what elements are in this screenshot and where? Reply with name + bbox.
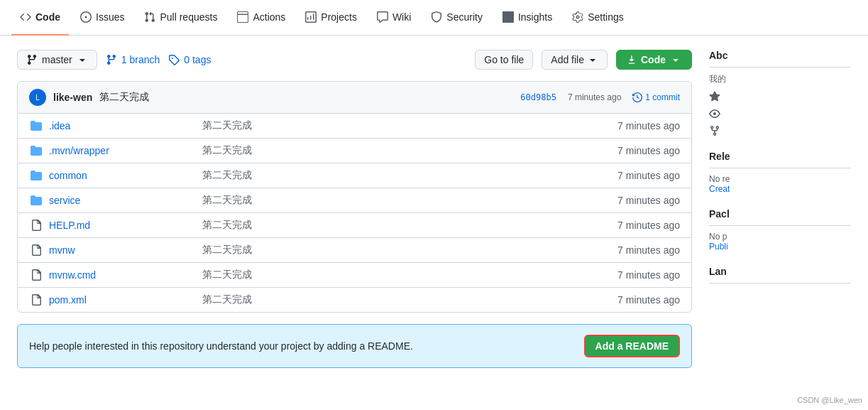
nav-issues-label: Issues (96, 11, 124, 23)
file-time: 7 minutes ago (617, 244, 680, 256)
commit-time: 7 minutes ago (568, 92, 621, 102)
file-time: 7 minutes ago (617, 195, 680, 206)
issues-icon (80, 11, 92, 23)
insights-icon (502, 11, 514, 23)
sidebar-packages-link[interactable]: Publi (709, 242, 851, 252)
sidebar-languages: Lan (709, 266, 851, 284)
add-readme-button[interactable]: Add a README (584, 335, 680, 357)
file-time: 7 minutes ago (617, 220, 680, 231)
history-icon (632, 92, 642, 102)
sidebar-create-release-link[interactable]: Creat (709, 184, 851, 194)
table-row: HELP.md 第二天完成 7 minutes ago (18, 213, 691, 238)
table-row: service 第二天完成 7 minutes ago (18, 188, 691, 213)
folder-icon (29, 145, 43, 156)
nav-pull-requests[interactable]: Pull requests (136, 0, 226, 36)
file-name[interactable]: .mvn/wrapper (49, 145, 191, 156)
file-time: 7 minutes ago (617, 170, 680, 181)
sidebar-watch-item[interactable] (709, 108, 851, 119)
file-table: L like-wen 第二天完成 60d98b5 7 minutes ago 1… (17, 81, 692, 313)
actions-icon (237, 11, 248, 23)
file-doc-icon (29, 294, 43, 306)
file-commit: 第二天完成 (202, 144, 617, 157)
nav-wiki[interactable]: Wiki (368, 0, 419, 36)
file-time: 7 minutes ago (617, 145, 680, 156)
sidebar-star-item[interactable] (709, 91, 851, 102)
file-name[interactable]: HELP.md (49, 220, 191, 231)
code-label: Code (641, 54, 666, 65)
pr-icon (144, 11, 155, 23)
sidebar-about-text: 我的 (709, 73, 851, 85)
code-download-icon (627, 55, 637, 65)
table-row: pom.xml 第二天完成 7 minutes ago (18, 288, 691, 312)
nav-settings[interactable]: Settings (564, 0, 632, 36)
file-name[interactable]: common (49, 170, 191, 181)
file-commit: 第二天完成 (202, 269, 617, 281)
star-icon (709, 91, 720, 102)
file-commit: 第二天完成 (202, 194, 617, 207)
add-file-button[interactable]: Add file (542, 50, 608, 70)
file-commit: 第二天完成 (202, 293, 617, 306)
table-row: .idea 第二天完成 7 minutes ago (18, 114, 691, 139)
commit-message: 第二天完成 (99, 91, 149, 104)
folder-icon (29, 120, 43, 131)
settings-icon (572, 11, 583, 23)
security-icon (431, 11, 442, 23)
nav-projects-label: Projects (321, 11, 357, 23)
branch-bar: master 1 branch 0 tags Go to file Add fi… (17, 50, 692, 70)
nav-projects[interactable]: Projects (297, 0, 366, 36)
tag-count-label: 0 tags (184, 54, 211, 65)
nav-pr-label: Pull requests (160, 11, 217, 23)
eye-icon (709, 108, 720, 119)
sidebar-packages-no-text: No p (709, 232, 851, 242)
file-doc-icon (29, 220, 43, 231)
nav-security[interactable]: Security (422, 0, 491, 36)
file-name[interactable]: mvnw.cmd (49, 269, 191, 281)
code-icon (20, 11, 31, 23)
file-doc-icon (29, 244, 43, 256)
table-row: mvnw 第二天完成 7 minutes ago (18, 238, 691, 263)
file-name[interactable]: mvnw (49, 244, 191, 256)
file-name[interactable]: .idea (49, 120, 191, 131)
fork-icon (709, 125, 720, 136)
branch-name: master (42, 54, 72, 65)
file-commit: 第二天完成 (202, 219, 617, 232)
add-file-label: Add file (551, 54, 584, 65)
file-commit: 第二天完成 (202, 119, 617, 132)
tag-count[interactable]: 0 tags (168, 54, 211, 65)
nav-actions[interactable]: Actions (229, 0, 294, 36)
table-row: .mvn/wrapper 第二天完成 7 minutes ago (18, 139, 691, 163)
branch-count[interactable]: 1 branch (106, 54, 160, 65)
nav-actions-label: Actions (253, 11, 285, 23)
nav-insights-label: Insights (518, 11, 552, 23)
sidebar-about-title: Abc (709, 50, 851, 68)
commit-hash[interactable]: 60d98b5 (520, 92, 556, 102)
nav-insights[interactable]: Insights (494, 0, 561, 36)
sidebar-releases: Rele No re Creat (709, 151, 851, 194)
nav-wiki-label: Wiki (392, 11, 411, 23)
file-time: 7 minutes ago (617, 294, 680, 306)
commit-meta: 60d98b5 7 minutes ago 1 commit (520, 92, 680, 102)
sidebar-releases-no-text: No re (709, 174, 851, 184)
goto-file-button[interactable]: Go to file (475, 50, 533, 70)
sidebar-languages-title: Lan (709, 266, 851, 284)
readme-banner: Help people interested in this repositor… (17, 324, 692, 368)
table-row: common 第二天完成 7 minutes ago (18, 163, 691, 188)
repo-content: master 1 branch 0 tags Go to file Add fi… (17, 50, 692, 368)
commit-count[interactable]: 1 commit (632, 92, 680, 102)
chevron-down-icon (77, 54, 88, 65)
sidebar-packages: Pacl No p Publi (709, 208, 851, 252)
sidebar-about: Abc 我的 (709, 50, 851, 136)
code-button[interactable]: Code (616, 50, 692, 70)
branch-icon (26, 54, 38, 65)
readme-banner-text: Help people interested in this repositor… (29, 340, 413, 352)
nav-code[interactable]: Code (11, 0, 69, 36)
file-name[interactable]: pom.xml (49, 294, 191, 306)
nav-issues[interactable]: Issues (72, 0, 133, 36)
code-chevron-icon (670, 54, 681, 65)
branch-selector[interactable]: master (17, 50, 97, 70)
commit-author[interactable]: like-wen (53, 92, 92, 103)
sidebar-fork-item[interactable] (709, 125, 851, 136)
file-doc-icon (29, 269, 43, 281)
file-name[interactable]: service (49, 195, 191, 206)
folder-icon (29, 195, 43, 206)
